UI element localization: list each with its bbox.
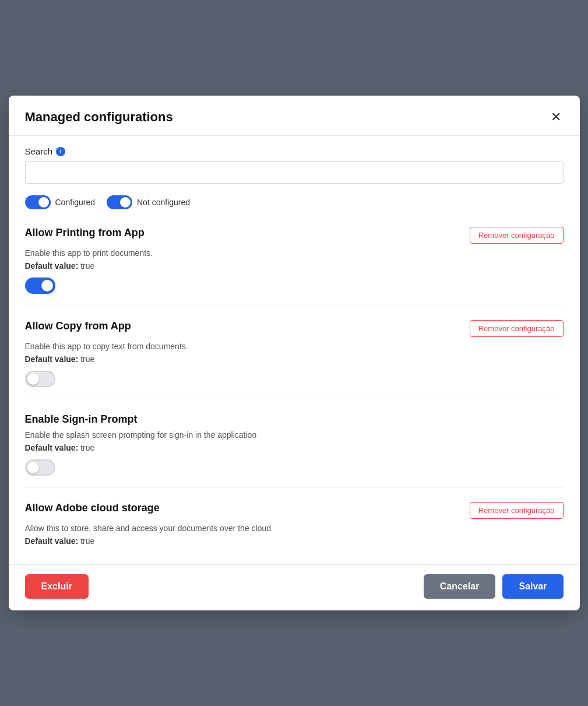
allow-printing-toggle[interactable] — [25, 278, 55, 294]
allow-copy-toggle[interactable] — [25, 371, 55, 387]
footer-right-buttons: Cancelar Salvar — [424, 574, 564, 599]
config-enable-signin-desc: Enable the splash screen prompting for s… — [25, 430, 564, 440]
config-enable-signin: Enable Sign-in Prompt Enable the splash … — [25, 399, 564, 488]
config-enable-signin-title: Enable Sign-in Prompt — [25, 413, 138, 426]
config-allow-copy-default: Default value: true — [25, 354, 564, 364]
search-label-row: Search i — [25, 146, 564, 156]
config-enable-signin-top-row: Enable Sign-in Prompt — [25, 413, 564, 426]
config-allow-adobe-cloud-title: Allow Adobe cloud storage — [25, 502, 160, 514]
delete-button[interactable]: Excluir — [25, 574, 89, 599]
search-area: Search i — [9, 136, 580, 189]
modal-body: Allow Printing from App Remover configur… — [9, 213, 580, 564]
filter-row: Configured Not configured — [9, 189, 580, 213]
remove-allow-printing-button[interactable]: Remover configuração — [470, 227, 564, 244]
cancel-button[interactable]: Cancelar — [424, 574, 496, 599]
config-allow-copy-desc: Enable this app to copy text from docume… — [25, 342, 564, 351]
config-allow-printing: Allow Printing from App Remover configur… — [25, 213, 564, 306]
info-icon: i — [56, 147, 65, 156]
search-label: Search — [25, 146, 53, 156]
config-allow-adobe-cloud-top-row: Allow Adobe cloud storage Remover config… — [25, 502, 564, 519]
modal-title: Managed configurations — [25, 110, 173, 125]
enable-signin-toggle[interactable] — [25, 459, 55, 476]
search-input[interactable] — [25, 161, 564, 184]
remove-allow-copy-button[interactable]: Remover configuração — [470, 320, 564, 337]
config-allow-adobe-cloud-desc: Allow this to store, share and access yo… — [25, 524, 564, 533]
config-allow-printing-top-row: Allow Printing from App Remover configur… — [25, 227, 564, 244]
remove-allow-adobe-cloud-button[interactable]: Remover configuração — [470, 502, 564, 519]
save-button[interactable]: Salvar — [502, 574, 563, 599]
configured-toggle[interactable] — [25, 195, 51, 209]
config-allow-printing-title: Allow Printing from App — [25, 227, 145, 239]
modal-header: Managed configurations ✕ — [9, 96, 580, 136]
managed-configurations-modal: Managed configurations ✕ Search i Config… — [9, 96, 580, 610]
config-allow-adobe-cloud-default: Default value: true — [25, 536, 564, 546]
modal-footer: Excluir Cancelar Salvar — [9, 564, 580, 610]
config-allow-adobe-cloud: Allow Adobe cloud storage Remover config… — [25, 488, 564, 564]
config-allow-printing-default: Default value: true — [25, 261, 564, 271]
close-button[interactable]: ✕ — [548, 108, 564, 126]
config-allow-copy-top-row: Allow Copy from App Remover configuração — [25, 320, 564, 337]
filter-not-configured-label: Not configured — [137, 198, 190, 207]
config-allow-printing-desc: Enable this app to print documents. — [25, 248, 564, 258]
filter-not-configured[interactable]: Not configured — [107, 195, 190, 209]
filter-configured[interactable]: Configured — [25, 195, 96, 209]
filter-configured-label: Configured — [55, 198, 96, 207]
config-allow-copy: Allow Copy from App Remover configuração… — [25, 306, 564, 399]
config-allow-copy-title: Allow Copy from App — [25, 320, 131, 332]
config-enable-signin-default: Default value: true — [25, 443, 564, 452]
not-configured-toggle[interactable] — [107, 195, 132, 209]
